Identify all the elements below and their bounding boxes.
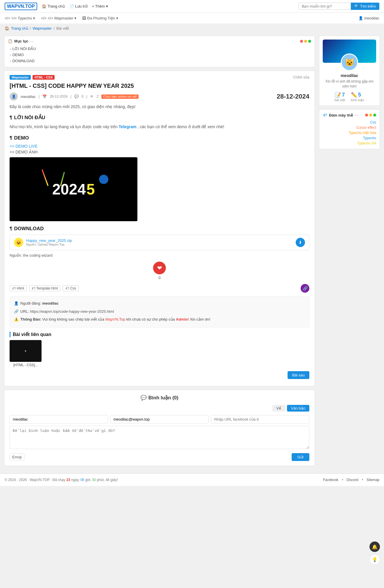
download-button[interactable]: ⬇ [296,238,305,247]
cloud-tag-cursor[interactable]: Cursor effect [356,126,376,130]
cloud-tag-typecho[interactable]: Typecho [363,136,376,140]
tag-htmlcss[interactable]: HTML · CSS [33,75,55,80]
meta-author: meodilac [21,94,36,99]
comment-url-input[interactable] [211,415,309,423]
posts-icon: 📝 [335,92,341,98]
footer-secs: 48 [105,478,109,482]
share-icon: 🔗 [303,286,308,291]
toc-item-3[interactable]: › DOWNLOAD [8,58,311,64]
section1-icon: ¶ [10,115,12,121]
search-input[interactable] [299,3,351,10]
related-thumb-text: ✦ [23,348,28,354]
submit-button[interactable]: Gửi [292,453,309,461]
code-icon: </> [5,16,10,20]
cloud-tag-typecho-vh[interactable]: Typecho Việt Hóa [349,131,376,135]
brand-link[interactable]: WapVN.Top [105,317,125,321]
comment-name-input[interactable] [10,415,108,423]
avatar-placeholder: 👤 [12,94,16,99]
toc-arrow-3: › [10,59,11,63]
search-bar: 🔍 Tìm kiếm [299,3,379,10]
meta-sep2: | [71,94,71,99]
like-button[interactable]: ❤ [153,262,166,274]
profile-stats: 📝 7 bài viết ✏️ 5 bình luận [323,92,376,102]
nav-home[interactable]: 🏠 Trang chủ [42,4,65,8]
demo-stick-red [42,169,49,186]
next-post-row: Bài sau [10,371,309,382]
comment-email-input[interactable] [110,415,209,423]
archive-icon: 📄 [69,4,74,8]
tab-preview[interactable]: Về [272,405,285,412]
download-source: Nguồn: Upload Wapvn.Top [26,243,72,246]
footer-link-sitemap[interactable]: Sitemap [367,478,379,482]
share-button[interactable]: 🔗 [301,284,309,293]
subnav-user[interactable]: 👤 meodilac [358,16,379,20]
comment-textarea[interactable] [10,426,309,449]
user-icon: 👤 [358,16,363,20]
section3-heading: ¶ DOWNLOAD [10,226,309,232]
breadcrumb-home[interactable]: Trang chủ [11,26,28,31]
article-intro: Đây là code chúc mừng năm mới 2025, có g… [10,103,309,110]
comment-form-footer: Emoji Gửi [10,453,309,461]
cloud-tag-css[interactable]: Css [370,120,376,124]
subnav-typecho[interactable]: </> </> Typecho ▾ [5,16,35,20]
footer-copy: © 2024 - 2026 · WapVN.TOP · Đã chạy 23 n… [5,478,118,482]
poster-icon: 👤 [14,300,19,307]
footer-link-facebook[interactable]: Facebook [323,478,338,482]
comments-icon: 💬 [141,395,147,401]
post-tag-css[interactable]: 🏷 Css [63,285,79,291]
eye-icon: 👁 [90,94,94,99]
avatar-icon: 😺 [344,58,355,67]
main-layout: 📋 Mục lục — › LỜI NÓI ĐẦU › DEMO › DOWNL… [0,33,384,469]
subnav-wapmaster[interactable]: </> </> Wapmaster ▾ [41,16,76,20]
telegram-link[interactable]: Telegram [119,124,136,129]
chevron-icon: ▾ [33,16,35,20]
tag-wapmaster[interactable]: Wapmaster [10,75,31,80]
related-label-1: [HTML - CSS]... [10,363,42,367]
toc-item-2[interactable]: › DEMO [8,52,311,58]
source-text: Nguồn: the coding wizard [10,253,309,258]
section1-heading: ¶ LỜI NÓI ĐẦU [10,115,309,121]
nav-more[interactable]: + Thêm ▾ [92,4,108,8]
code-icon2: </> [41,16,46,20]
article-title: [HTML - CSS] CODE HAPPY NEW YEAR 2025 [10,82,309,90]
post-tag-template[interactable]: 🏷 Template html [29,285,61,291]
demo-live-link[interactable]: => DEMO LIVE [10,144,309,149]
footer: © 2024 - 2026 · WapVN.TOP · Đã chạy 23 n… [0,473,384,486]
section2-heading: ¶ DEMO [10,135,309,141]
tagcloud-dash: — [355,113,358,117]
related-item-1[interactable]: ✦ [HTML - CSS]... [10,340,42,367]
next-post-button[interactable]: Bài sau [288,371,309,379]
toc-item-1[interactable]: › LỜI NÓI ĐẦU [8,46,311,52]
breadcrumb-wapmaster[interactable]: Wapmaster [33,26,52,31]
tag-cloud: Css Cursor effect Typecho Việt Hóa Typec… [323,120,376,145]
search-button[interactable]: 🔍 Tìm kiếm [351,3,379,10]
chevron-icon2: ▾ [74,16,76,20]
footer-link-discord[interactable]: Discord [347,478,358,482]
like-section: ❤ 0 [10,262,309,280]
post-tag-html[interactable]: 🏷 Html [10,285,27,291]
emoji-button[interactable]: Emoji [10,453,24,461]
notice-icon: ⚠️ [14,316,19,323]
dot-red2 [365,114,368,117]
edit-link[interactable]: Chỉnh sửa [293,75,309,79]
dot-yellow [304,40,307,43]
subnav-media[interactable]: 🖼 Đa Phương Tiện ▾ [82,16,118,20]
article-meta: 👤 meodilac | 📅 28-12-2024 | 💬 0 | 👁 2 Ch… [10,92,309,101]
footer-links: Facebook • Discord • Sitemap [323,478,379,482]
info-url[interactable]: https://wapvn.top/code-happy-new-year-20… [30,309,114,314]
cloud-tag-typecho-vh2[interactable]: Typecho VH [357,141,376,145]
home-bc-icon: 🏠 [5,26,9,31]
download-file-icon: 😺 [14,238,23,247]
site-logo[interactable]: WAPVN.TOP [5,3,37,10]
tag-icon2: 🏷 [32,286,35,290]
nav-archive[interactable]: 📄 Lưu trữ [69,4,87,8]
tab-write[interactable]: Văn bản [287,405,309,412]
download-filename[interactable]: Happy_new_year_2025.zip [26,238,72,243]
author-avatar: 👤 [10,92,18,101]
content-area: 📋 Mục lục — › LỜI NÓI ĐẦU › DEMO › DOWNL… [4,36,315,466]
related-grid: ✦ [HTML - CSS]... [10,340,309,367]
comment-form-row1 [10,415,309,423]
tags-row: 🏷 Html 🏷 Template html 🏷 Css 🔗 [10,284,309,293]
dot-red [300,40,303,43]
tagcloud-dots [365,114,376,117]
